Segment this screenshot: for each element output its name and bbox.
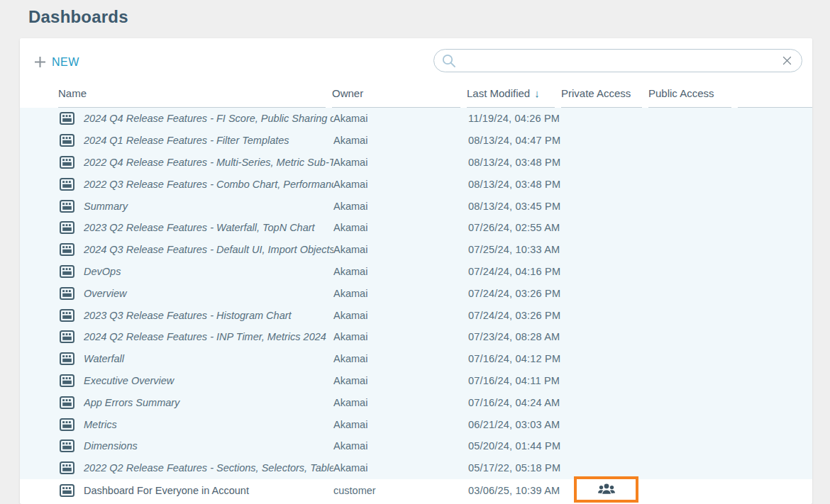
dashboard-icon — [60, 374, 74, 387]
dashboard-last-modified: 07/26/24, 02:55 AM — [468, 222, 563, 233]
table-row[interactable]: 2022 Q3 Release Features - Combo Chart, … — [20, 173, 812, 195]
public-access-cell — [650, 217, 739, 239]
public-access-cell — [650, 261, 739, 283]
public-access-cell — [650, 108, 739, 130]
dashboard-last-modified: 05/20/24, 01:44 PM — [468, 440, 563, 452]
dashboards-card: NEW Name Owner Last Modified — [20, 38, 812, 504]
row-icon-cell — [60, 374, 84, 387]
search-input[interactable] — [463, 55, 781, 67]
dashboard-name[interactable]: Overview — [84, 288, 333, 299]
column-header-last-modified-label: Last Modified — [467, 87, 530, 99]
table-row[interactable]: 2024 Q1 Release Features - Filter Templa… — [20, 130, 812, 152]
clear-search-icon[interactable] — [781, 55, 793, 67]
table-row[interactable]: Overview Akamai 07/24/24, 03:26 PM — [20, 282, 812, 304]
table-row[interactable]: 2023 Q2 Release Features - Waterfall, To… — [20, 217, 812, 239]
table-row[interactable]: Dashboard For Everyone in Account custom… — [20, 479, 812, 501]
dashboard-name[interactable]: Executive Overview — [84, 375, 333, 386]
table-row[interactable]: Waterfall Akamai 07/16/24, 04:12 PM — [20, 348, 812, 370]
dashboard-name[interactable]: App Errors Summary — [84, 397, 333, 408]
table-row[interactable]: 2023 Q3 Release Features - Histogram Cha… — [20, 304, 812, 326]
dashboard-owner: Akamai — [333, 288, 468, 299]
dashboard-last-modified: 07/16/24, 04:12 PM — [468, 353, 563, 364]
dashboard-name[interactable]: DevOps — [84, 266, 333, 277]
table-row[interactable]: 2022 Q2 Release Features - Sections, Sel… — [20, 457, 812, 479]
dashboard-owner: Akamai — [333, 179, 468, 190]
dashboard-name[interactable]: 2024 Q1 Release Features - Filter Templa… — [84, 135, 333, 146]
table-row[interactable]: 2024 Q4 Release Features - FI Score, Pub… — [20, 108, 812, 130]
public-access-cell — [650, 239, 739, 261]
dashboard-owner: Akamai — [333, 201, 468, 212]
dashboard-name[interactable]: Dashboard For Everyone in Account — [84, 485, 333, 496]
private-access-cell — [563, 261, 650, 283]
row-icon-cell — [60, 112, 84, 125]
public-access-cell — [650, 195, 739, 217]
table-row[interactable]: Metrics Akamai 06/21/24, 03:03 AM — [20, 413, 812, 435]
dashboard-name[interactable]: 2024 Q2 Release Features - INP Timer, Me… — [84, 331, 333, 342]
table-row[interactable]: Executive Overview Akamai 07/16/24, 04:1… — [20, 370, 812, 392]
row-icon-cell — [60, 243, 84, 256]
public-access-cell — [650, 152, 739, 174]
column-header-name[interactable]: Name — [58, 79, 326, 108]
dashboard-name[interactable]: 2022 Q2 Release Features - Sections, Sel… — [84, 462, 333, 474]
table-row[interactable]: 2024 Q2 Release Features - INP Timer, Me… — [20, 326, 812, 348]
public-access-cell — [650, 457, 739, 479]
dashboard-icon — [60, 134, 74, 147]
table-row[interactable]: 2024 Q3 Release Features - Default UI, I… — [20, 239, 812, 261]
column-header-owner[interactable]: Owner — [332, 79, 460, 108]
row-icon-cell — [60, 352, 84, 365]
public-access-cell — [650, 348, 739, 370]
plus-icon — [33, 55, 47, 69]
private-access-cell — [563, 435, 650, 457]
dashboard-name[interactable]: 2024 Q3 Release Features - Default UI, I… — [84, 244, 333, 255]
dashboard-last-modified: 08/13/24, 04:47 PM — [468, 135, 563, 146]
column-header-name-label: Name — [58, 87, 87, 99]
highlight-box — [574, 476, 638, 503]
column-header-last-modified[interactable]: Last Modified ↓ — [467, 79, 555, 108]
dashboard-name[interactable]: 2023 Q2 Release Features - Waterfall, To… — [84, 222, 333, 233]
new-dashboard-button[interactable]: NEW — [33, 55, 79, 69]
group-icon[interactable] — [597, 483, 616, 496]
table-row[interactable]: App Errors Summary Akamai 07/16/24, 04:2… — [20, 391, 812, 413]
column-header-public-access[interactable]: Public Access — [648, 79, 731, 108]
dashboard-last-modified: 07/16/24, 04:24 AM — [468, 397, 563, 408]
row-icon-cell — [60, 439, 84, 452]
dashboard-name[interactable]: Dimensions — [84, 440, 333, 452]
row-icon-cell — [60, 221, 84, 234]
row-icon-cell — [60, 134, 84, 147]
dashboard-name[interactable]: Metrics — [84, 419, 333, 430]
dashboard-icon — [60, 221, 74, 234]
table-header-row: Name Owner Last Modified ↓ Private Acces… — [20, 79, 812, 108]
private-access-cell — [563, 108, 650, 130]
dashboard-icon — [60, 461, 74, 474]
search-field[interactable] — [433, 49, 802, 72]
dashboard-owner: Akamai — [333, 222, 468, 233]
dashboard-last-modified: 03/06/25, 10:39 AM — [468, 485, 563, 496]
dashboard-icon — [60, 287, 74, 300]
dashboard-name[interactable]: 2023 Q3 Release Features - Histogram Cha… — [84, 310, 333, 321]
private-access-cell — [563, 173, 650, 195]
dashboard-icon — [60, 418, 74, 431]
private-access-cell — [563, 217, 650, 239]
dashboard-name[interactable]: 2022 Q4 Release Features - Multi-Series,… — [84, 157, 333, 168]
dashboard-owner: Akamai — [333, 266, 468, 277]
dashboard-name[interactable]: 2022 Q3 Release Features - Combo Chart, … — [84, 179, 333, 190]
dashboard-name[interactable]: 2024 Q4 Release Features - FI Score, Pub… — [84, 113, 333, 124]
table-row[interactable]: Dimensions Akamai 05/20/24, 01:44 PM — [20, 435, 812, 457]
sort-descending-icon[interactable]: ↓ — [534, 87, 540, 99]
private-access-cell — [563, 304, 650, 326]
private-access-cell — [563, 152, 650, 174]
dashboard-last-modified: 11/19/24, 04:26 PM — [468, 113, 563, 124]
dashboard-owner: customer — [333, 485, 468, 496]
dashboard-name[interactable]: Summary — [84, 201, 333, 212]
dashboard-owner: Akamai — [333, 310, 468, 321]
dashboard-last-modified: 08/13/24, 03:48 PM — [468, 179, 563, 190]
column-header-private-access[interactable]: Private Access — [561, 79, 642, 108]
dashboard-name[interactable]: Waterfall — [84, 353, 333, 364]
table-row[interactable]: 2022 Q4 Release Features - Multi-Series,… — [20, 152, 812, 174]
private-access-cell — [563, 239, 650, 261]
table-row[interactable]: Summary Akamai 08/13/24, 03:45 PM — [20, 195, 812, 217]
toolbar: NEW — [20, 38, 812, 79]
dashboard-last-modified: 07/24/24, 03:26 PM — [468, 310, 563, 321]
table-row[interactable]: DevOps Akamai 07/24/24, 04:16 PM — [20, 261, 812, 283]
private-access-cell — [563, 391, 650, 413]
